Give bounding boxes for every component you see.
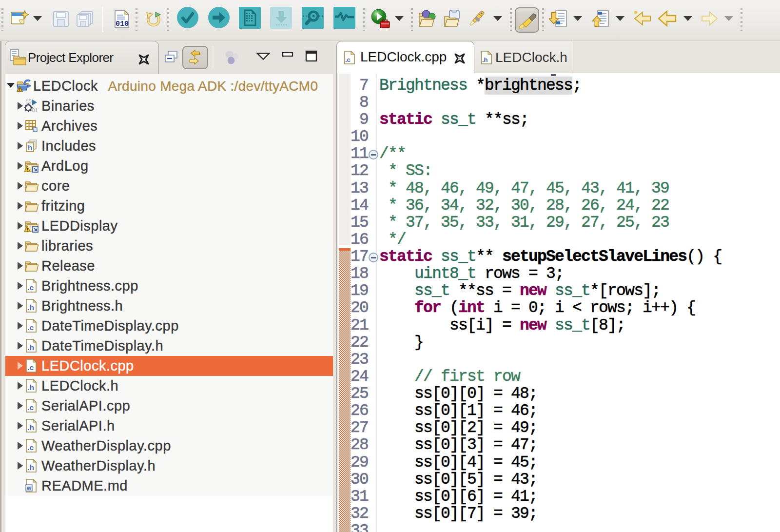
svg-text:.h: .h bbox=[27, 303, 34, 312]
svg-text:010: 010 bbox=[116, 20, 129, 28]
svg-text:w: w bbox=[26, 485, 32, 492]
svg-text:.h: .h bbox=[482, 56, 488, 63]
svg-text:.h: .h bbox=[27, 463, 34, 472]
svg-text:.c: .c bbox=[345, 56, 351, 63]
svg-text:01: 01 bbox=[32, 107, 38, 113]
svg-text:.c: .c bbox=[27, 443, 34, 452]
svg-text:.h: .h bbox=[27, 383, 34, 392]
svg-text:.c: .c bbox=[27, 323, 34, 332]
svg-text:.c: .c bbox=[27, 363, 34, 372]
svg-text:.h: .h bbox=[27, 423, 34, 432]
svg-text:h: h bbox=[28, 143, 33, 152]
svg-text:.c: .c bbox=[27, 403, 34, 412]
svg-text:.c: .c bbox=[27, 283, 34, 292]
svg-text:.h: .h bbox=[27, 343, 34, 352]
